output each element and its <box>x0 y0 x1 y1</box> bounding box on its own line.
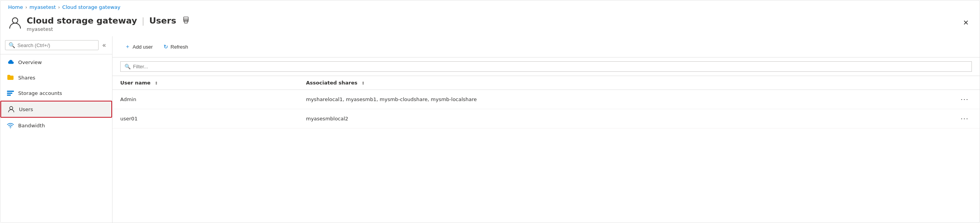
refresh-icon: ↻ <box>164 44 168 50</box>
breadcrumb-myasetest[interactable]: myasetest <box>29 4 56 10</box>
breadcrumb-current: Cloud storage gateway <box>62 4 120 10</box>
header-section: Users <box>149 16 176 25</box>
sidebar-label-shares: Shares <box>18 75 35 81</box>
add-user-button[interactable]: ＋ Add user <box>120 41 157 52</box>
filter-icon: 🔍 <box>124 64 131 69</box>
sort-icon-shares: ↕ <box>361 81 365 85</box>
col-header-shares[interactable]: Associated shares ↕ <box>298 76 950 90</box>
sidebar-label-users: Users <box>19 106 33 112</box>
folder-icon <box>7 74 14 81</box>
users-table: User name ↕ Associated shares ↕ <box>112 76 980 128</box>
main-body: 🔍 « Overview <box>0 36 980 223</box>
more-actions-user01-button[interactable]: ··· <box>958 114 972 123</box>
page-header: Cloud storage gateway | Users myasetest … <box>0 14 980 36</box>
storage-icon <box>7 89 14 97</box>
toolbar: ＋ Add user ↻ Refresh <box>112 36 980 57</box>
svg-rect-1 <box>184 17 188 20</box>
filter-input-wrap[interactable]: 🔍 <box>120 61 972 72</box>
search-input[interactable] <box>17 42 95 48</box>
collapse-sidebar-button[interactable]: « <box>101 40 107 50</box>
sidebar-item-storage-accounts[interactable]: Storage accounts <box>0 85 112 101</box>
refresh-button[interactable]: ↻ Refresh <box>159 41 193 52</box>
add-user-icon: ＋ <box>125 43 130 50</box>
breadcrumb-sep-1: › <box>25 5 27 10</box>
header-divider: | <box>141 16 144 25</box>
col-header-username[interactable]: User name ↕ <box>112 76 298 90</box>
sort-icon-username: ↕ <box>155 81 158 85</box>
breadcrumb-home[interactable]: Home <box>8 4 23 10</box>
cell-username-user01: user01 <box>112 109 298 128</box>
cell-actions-admin: ··· <box>950 90 980 109</box>
filter-bar: 🔍 <box>112 57 980 76</box>
wifi-icon <box>7 122 14 129</box>
table-row: Admin mysharelocal1, myasesmb1, mysmb-cl… <box>112 90 980 109</box>
header-title: Cloud storage gateway <box>27 16 137 25</box>
add-user-label: Add user <box>133 44 153 50</box>
svg-point-6 <box>10 128 11 128</box>
more-actions-admin-button[interactable]: ··· <box>958 95 972 104</box>
svg-point-5 <box>10 106 13 110</box>
sidebar-label-storage-accounts: Storage accounts <box>18 90 62 96</box>
breadcrumb: Home › myasetest › Cloud storage gateway <box>0 0 980 14</box>
sidebar-search-bar: 🔍 « <box>0 36 112 54</box>
cell-shares-user01: myasesmblocal2 <box>298 109 950 128</box>
table-row: user01 myasesmblocal2 ··· <box>112 109 980 128</box>
search-input-wrap[interactable]: 🔍 <box>5 40 99 50</box>
cell-actions-user01: ··· <box>950 109 980 128</box>
sidebar: 🔍 « Overview <box>0 36 112 223</box>
cloud-icon <box>7 58 14 66</box>
header-device: myasetest <box>27 26 189 32</box>
user-icon <box>7 105 15 113</box>
sidebar-item-users[interactable]: Users <box>0 101 112 118</box>
cell-shares-admin: mysharelocal1, myasesmb1, mysmb-cloudsha… <box>298 90 950 109</box>
col-header-actions <box>950 76 980 90</box>
close-button[interactable]: ✕ <box>960 17 972 29</box>
print-icon[interactable] <box>182 17 189 25</box>
sidebar-item-overview[interactable]: Overview <box>0 54 112 70</box>
header-user-icon <box>8 15 22 32</box>
users-table-container: User name ↕ Associated shares ↕ <box>112 76 980 223</box>
sidebar-item-bandwidth[interactable]: Bandwidth <box>0 118 112 133</box>
refresh-label: Refresh <box>170 44 188 50</box>
cell-username-admin: Admin <box>112 90 298 109</box>
search-icon: 🔍 <box>9 42 15 48</box>
content-area: ＋ Add user ↻ Refresh 🔍 <box>112 36 980 223</box>
sidebar-item-shares[interactable]: Shares <box>0 70 112 85</box>
svg-point-0 <box>12 18 18 23</box>
filter-input[interactable] <box>133 64 968 69</box>
svg-point-4 <box>187 20 188 20</box>
sidebar-label-overview: Overview <box>18 59 42 65</box>
breadcrumb-sep-2: › <box>58 5 60 10</box>
table-header-row: User name ↕ Associated shares ↕ <box>112 76 980 90</box>
sidebar-label-bandwidth: Bandwidth <box>18 123 45 128</box>
